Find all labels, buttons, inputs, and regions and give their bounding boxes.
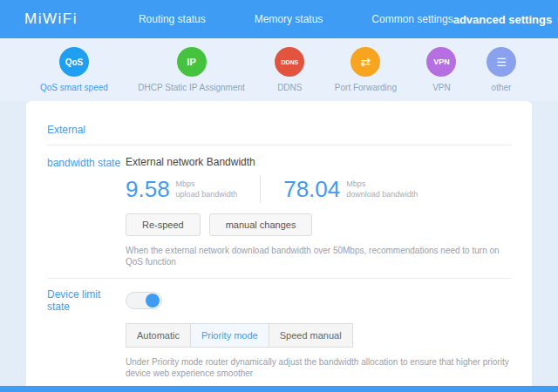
top-nav: Routing status Memory status Common sett… [139, 13, 453, 25]
miwifi-logo[interactable]: MiWiFi [24, 10, 78, 28]
top-header: MiWiFi Routing status Memory status Comm… [0, 0, 558, 38]
header-right: advanced settings C2 (home) ∨ ✉ [453, 12, 558, 26]
hamburger-icon: ☰ [487, 47, 516, 77]
bandwidth-values: 9.58 Mbps upload bandwidth 78.04 Mbps do… [126, 175, 511, 203]
re-speed-button[interactable]: Re-speed [126, 213, 201, 236]
upload-unit: Mbps [176, 179, 238, 188]
settings-card: External bandwidth state External networ… [26, 101, 532, 386]
tab-label: other [492, 83, 512, 92]
mode-speed-manual[interactable]: Speed manual [269, 323, 353, 348]
tab-port-forwarding[interactable]: ⇄ Port Forwarding [335, 47, 397, 92]
bandwidth-section: bandwidth state External network Bandwid… [47, 156, 511, 267]
device-limit-label: Device limit state [47, 287, 126, 313]
toggle-knob [146, 294, 160, 308]
device-limit-toggle[interactable] [126, 292, 162, 309]
bandwidth-heading: External network Bandwidth [126, 156, 511, 168]
nav-memory-status[interactable]: Memory status [255, 13, 323, 25]
section-title-external: External [47, 124, 511, 136]
tab-label: Port Forwarding [335, 83, 397, 92]
download-bandwidth-value: 78.04 [283, 176, 340, 203]
divider [47, 145, 511, 145]
nav-routing-status[interactable]: Routing status [139, 13, 206, 25]
mode-priority[interactable]: Priority mode [191, 323, 269, 348]
divider [47, 278, 511, 279]
tab-dhcp-static-ip[interactable]: IP DHCP Static IP Assignment [138, 47, 244, 92]
nav-advanced-settings[interactable]: advanced settings [453, 13, 552, 26]
tab-other[interactable]: ☰ other [487, 47, 516, 92]
bandwidth-state-label: bandwidth state [47, 156, 126, 267]
manual-changes-button[interactable]: manual changes [209, 213, 313, 236]
nav-common-settings[interactable]: Common settings [371, 13, 453, 25]
feature-tabs: QoS QoS smart speed IP DHCP Static IP As… [0, 38, 558, 101]
tab-label: QoS smart speed [40, 83, 108, 92]
device-limit-row: Device limit state [47, 287, 511, 313]
tab-qos-smart-speed[interactable]: QoS QoS smart speed [40, 47, 108, 92]
port-forwarding-icon: ⇄ [350, 47, 380, 77]
tab-vpn[interactable]: VPN VPN [426, 47, 456, 92]
upload-bandwidth-value: 9.58 [126, 176, 170, 203]
upload-caption: upload bandwidth [176, 190, 238, 199]
qos-icon: QoS [59, 47, 89, 77]
download-unit: Mbps [346, 179, 418, 188]
tab-label: DDNS [277, 83, 302, 92]
tab-ddns[interactable]: DDNS DDNS [275, 47, 304, 92]
ddns-icon: DDNS [275, 47, 304, 77]
mode-automatic[interactable]: Automatic [126, 323, 191, 348]
tab-label: VPN [432, 83, 451, 92]
mode-segmented-control: Automatic Priority mode Speed manual [126, 323, 511, 348]
bottom-accent-bar [0, 386, 558, 392]
priority-mode-description: Under Priority mode router dynamically a… [126, 356, 511, 379]
device-limit-body: Automatic Priority mode Speed manual Und… [47, 313, 511, 386]
bandwidth-note: When the external network download bandw… [126, 245, 511, 267]
vpn-icon: VPN [426, 47, 456, 77]
vertical-divider [260, 175, 261, 203]
tab-label: DHCP Static IP Assignment [138, 83, 244, 92]
ip-icon: IP [177, 47, 207, 77]
download-caption: download bandwidth [346, 190, 418, 199]
